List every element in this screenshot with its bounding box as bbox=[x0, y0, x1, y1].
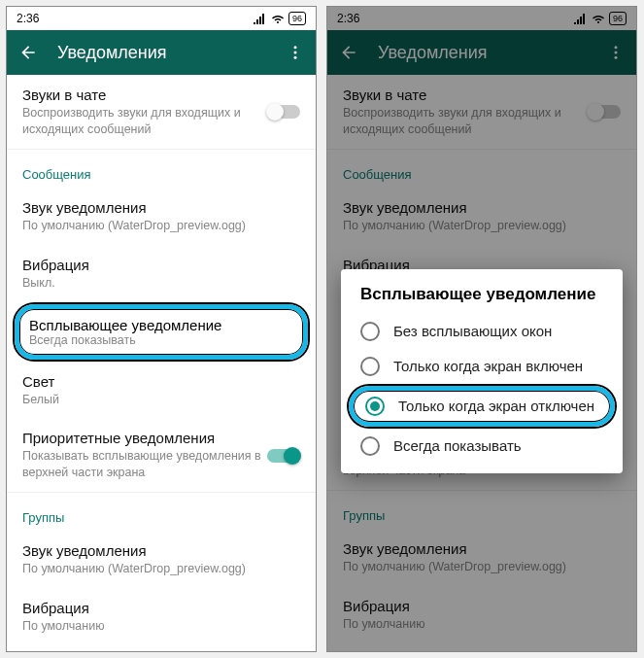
dialog-title: Всплывающее уведомление bbox=[341, 285, 623, 314]
setting-label: Свет bbox=[22, 373, 300, 390]
setting-popup-highlighted[interactable]: Всплывающее уведомление Всегда показыват… bbox=[15, 304, 308, 360]
section-messages: Сообщения bbox=[327, 150, 636, 188]
signal-icon bbox=[254, 13, 267, 24]
setting-priority[interactable]: Приоритетные уведомления Показывать вспл… bbox=[7, 418, 316, 492]
section-messages: Сообщения bbox=[7, 150, 316, 188]
setting-label: Звук уведомления bbox=[343, 540, 621, 557]
setting-label: Звук уведомления bbox=[22, 199, 300, 216]
wifi-icon bbox=[592, 13, 605, 24]
setting-sub: Белый bbox=[22, 392, 300, 408]
setting-group-sound[interactable]: Звук уведомления По умолчанию (WaterDrop… bbox=[7, 531, 316, 588]
setting-sub: По умолчанию (WaterDrop_preview.ogg) bbox=[343, 559, 621, 575]
switch-chat-sounds[interactable] bbox=[267, 105, 300, 119]
status-icons: 96 bbox=[574, 12, 627, 25]
setting-sub: По умолчанию bbox=[22, 618, 300, 635]
setting-label: Звуки в чате bbox=[22, 87, 267, 103]
app-bar: Уведомления bbox=[327, 30, 636, 75]
setting-light[interactable]: Свет Белый bbox=[7, 362, 316, 419]
status-bar: 2:36 96 bbox=[327, 7, 636, 30]
phone-left: 2:36 96 Уведомления Звуки в чате Воспрои… bbox=[6, 6, 317, 652]
svg-point-0 bbox=[294, 46, 297, 49]
setting-sub: Воспроизводить звуки для входящих и исхо… bbox=[22, 105, 267, 138]
wifi-icon bbox=[271, 13, 285, 24]
option-no-popup[interactable]: Без всплывающих окон bbox=[341, 314, 623, 349]
svg-point-3 bbox=[615, 46, 618, 49]
option-label: Без всплывающих окон bbox=[393, 322, 603, 341]
back-icon[interactable] bbox=[339, 43, 358, 62]
option-label: Только когда экран включен bbox=[393, 357, 603, 376]
option-screen-off-highlighted[interactable]: Только когда экран отключен bbox=[349, 386, 615, 427]
svg-point-1 bbox=[294, 52, 297, 54]
svg-point-2 bbox=[294, 56, 297, 59]
status-time: 2:36 bbox=[337, 12, 359, 25]
svg-point-4 bbox=[615, 52, 618, 54]
status-bar: 2:36 96 bbox=[7, 7, 316, 30]
settings-list: Звуки в чате Воспроизводить звуки для вх… bbox=[7, 75, 316, 651]
setting-group-vibration[interactable]: Вибрация По умолчанию bbox=[7, 588, 316, 645]
setting-sub: По умолчанию (WaterDrop_preview.ogg) bbox=[22, 218, 300, 234]
radio-icon bbox=[360, 436, 380, 456]
back-icon[interactable] bbox=[18, 43, 38, 62]
battery-icon: 96 bbox=[288, 12, 306, 25]
setting-chat-sounds[interactable]: Звуки в чате Воспроизводить звуки для вх… bbox=[7, 75, 316, 149]
setting-label: Вибрация bbox=[343, 598, 621, 614]
setting-label: Вибрация bbox=[22, 600, 300, 616]
battery-icon: 96 bbox=[609, 12, 627, 25]
popup-dialog: Всплывающее уведомление Без всплывающих … bbox=[341, 269, 623, 473]
option-label: Всегда показывать bbox=[393, 436, 603, 456]
more-icon[interactable] bbox=[607, 44, 625, 61]
setting-group-sound: Звук уведомления По умолчанию (WaterDrop… bbox=[327, 529, 636, 586]
setting-label: Приоритетные уведомления bbox=[22, 430, 267, 446]
setting-label: Вибрация bbox=[22, 257, 300, 273]
status-icons: 96 bbox=[254, 12, 306, 25]
setting-label: Звук уведомления bbox=[22, 542, 300, 559]
setting-sub: Выкл. bbox=[22, 275, 300, 292]
appbar-title: Уведомления bbox=[378, 43, 588, 63]
setting-notification-sound: Звук уведомления По умолчанию (WaterDrop… bbox=[327, 188, 636, 245]
section-groups: Группы bbox=[327, 491, 636, 529]
setting-notification-sound[interactable]: Звук уведомления По умолчанию (WaterDrop… bbox=[7, 188, 316, 245]
setting-group-vibration: Вибрация По умолчанию bbox=[327, 586, 636, 643]
section-groups: Группы bbox=[7, 493, 316, 531]
setting-vibration[interactable]: Вибрация Выкл. bbox=[7, 245, 316, 302]
svg-point-5 bbox=[615, 56, 618, 59]
radio-icon bbox=[360, 322, 380, 341]
option-screen-on[interactable]: Только когда экран включен bbox=[341, 349, 623, 384]
more-icon[interactable] bbox=[287, 44, 304, 61]
switch-chat-sounds bbox=[588, 105, 621, 119]
setting-sub: Воспроизводить звуки для входящих и исхо… bbox=[343, 105, 588, 138]
status-time: 2:36 bbox=[17, 12, 39, 25]
setting-chat-sounds: Звуки в чате Воспроизводить звуки для вх… bbox=[327, 75, 636, 149]
setting-label: Звуки в чате bbox=[343, 87, 588, 103]
setting-sub: По умолчанию bbox=[343, 616, 621, 633]
setting-label: Всплывающее уведомление bbox=[29, 317, 293, 333]
phone-right: 2:36 96 Уведомления Звуки в чате Воспрои… bbox=[326, 6, 637, 652]
setting-sub: Показывать всплывающие уведомления в вер… bbox=[22, 448, 267, 481]
option-label: Только когда экран отключен bbox=[398, 397, 598, 416]
appbar-title: Уведомления bbox=[57, 43, 267, 63]
option-always[interactable]: Всегда показывать bbox=[341, 429, 623, 464]
signal-icon bbox=[574, 13, 588, 24]
setting-sub: По умолчанию (WaterDrop_preview.ogg) bbox=[343, 218, 621, 234]
setting-label: Звук уведомления bbox=[343, 199, 621, 216]
radio-icon-selected bbox=[365, 397, 385, 416]
setting-sub: Всегда показывать bbox=[29, 333, 293, 347]
switch-priority[interactable] bbox=[267, 449, 300, 463]
setting-sub: По умолчанию (WaterDrop_preview.ogg) bbox=[22, 561, 300, 577]
radio-icon bbox=[360, 357, 380, 376]
app-bar: Уведомления bbox=[7, 30, 316, 75]
